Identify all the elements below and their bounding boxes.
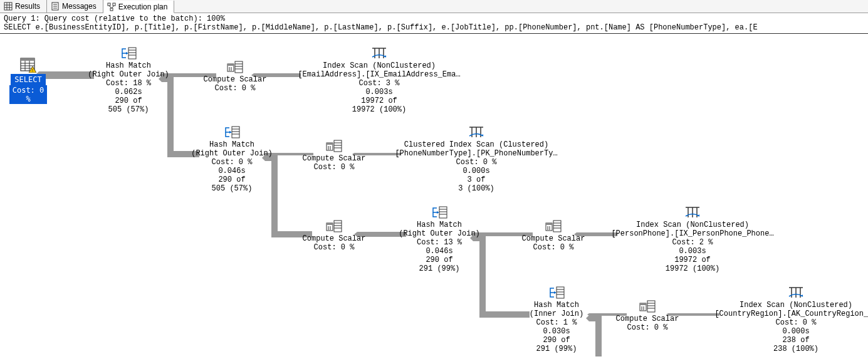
- hash-match-icon: [548, 286, 565, 299]
- l1: Hash Match: [191, 140, 273, 149]
- l6: 238 (100%): [714, 345, 868, 353]
- node-compute-scalar-4[interactable]: Compute Scalar Cost: 0 %: [519, 219, 588, 252]
- index-scan-icon: [684, 206, 701, 219]
- svg-rect-32: [227, 64, 234, 66]
- node-clustered-index-scan-phonenumbertype[interactable]: Clustered Index Scan (Clustered) [PhoneN…: [395, 125, 558, 193]
- l2: [PhoneNumberType].[PK_PhoneNumberTy…: [395, 149, 558, 158]
- tab-messages-label: Messages: [62, 2, 97, 11]
- l3: Cost: 3 %: [298, 79, 461, 88]
- l2: (Right Outer Join): [399, 229, 480, 238]
- l4: 0.000s: [395, 167, 558, 175]
- l5: 290 of: [399, 256, 480, 264]
- l1: Hash Match: [399, 221, 480, 229]
- tab-results[interactable]: Results: [0, 0, 47, 13]
- svg-rect-27: [235, 61, 243, 73]
- l1: Compute Scalar: [300, 154, 369, 163]
- index-scan-icon: [468, 125, 484, 139]
- l6: 291 (99%): [519, 345, 594, 353]
- node-hash-match-2[interactable]: Hash Match (Right Outer Join) Cost: 0 % …: [191, 125, 273, 193]
- l4: 0.000s: [714, 327, 868, 336]
- svg-rect-9: [108, 3, 110, 6]
- node-select[interactable]: ! SELECT Cost: 0 %: [9, 58, 47, 104]
- l1: Index Scan (NonClustered): [298, 61, 461, 70]
- l3: Cost: 0 %: [395, 158, 558, 167]
- l2: Cost: 0 %: [519, 243, 588, 252]
- l2: [CountryRegion].[AK_CountryRegion_N…: [714, 310, 868, 318]
- node-index-scan-email[interactable]: Index Scan (NonClustered) [EmailAddress]…: [298, 46, 461, 114]
- compute-scalar-icon: [226, 60, 244, 74]
- l1: Clustered Index Scan (Clustered): [395, 140, 558, 149]
- l2: Cost: 0 %: [613, 323, 682, 332]
- node-hash-match-4[interactable]: Hash Match (Inner Join) Cost: 1 % 0.030s…: [519, 286, 594, 353]
- compute-scalar-icon: [639, 299, 656, 313]
- svg-rect-88: [640, 303, 646, 305]
- node-index-scan-countryregion[interactable]: Index Scan (NonClustered) [CountryRegion…: [714, 286, 868, 353]
- svg-text:!: !: [31, 68, 34, 73]
- svg-rect-11: [110, 8, 113, 11]
- l3: Cost: 1 %: [519, 318, 594, 327]
- select-label: SELECT: [11, 74, 45, 85]
- execution-plan-canvas[interactable]: ! SELECT Cost: 0 % Hash Match (Right Out…: [0, 34, 868, 358]
- l1: Hash Match: [519, 301, 594, 310]
- tab-execution-plan[interactable]: Execution plan: [103, 1, 175, 13]
- tabs-bar: Results Messages Execution plan: [0, 0, 868, 13]
- node-compute-scalar-5[interactable]: Compute Scalar Cost: 0 %: [613, 299, 682, 332]
- svg-rect-10: [113, 3, 115, 6]
- index-scan-icon: [788, 286, 804, 299]
- hash-match-icon: [431, 206, 448, 219]
- l2: (Right Outer Join): [88, 70, 169, 79]
- query-cost-header: Query 1: Query cost (relative to the bat…: [0, 13, 868, 23]
- svg-rect-72: [546, 223, 552, 225]
- node-compute-scalar-3[interactable]: Compute Scalar Cost: 0 %: [300, 219, 369, 252]
- svg-line-12: [109, 6, 112, 8]
- node-compute-scalar-2[interactable]: Compute Scalar Cost: 0 %: [300, 139, 369, 172]
- svg-rect-39: [232, 127, 239, 138]
- l3: Cost: 0 %: [191, 158, 273, 167]
- l5: 19972 of: [611, 256, 774, 264]
- compute-scalar-icon: [325, 219, 343, 233]
- svg-rect-15: [21, 58, 34, 61]
- l2: Cost: 0 %: [300, 163, 369, 172]
- svg-rect-0: [4, 3, 12, 10]
- compute-scalar-icon: [325, 139, 343, 153]
- l1: Compute Scalar: [613, 315, 682, 323]
- l4: 0.046s: [399, 247, 480, 256]
- l2: (Inner Join): [519, 310, 594, 318]
- l5: 238 of: [714, 336, 868, 345]
- query-text: SELECT e.[BusinessEntityID], p.[Title], …: [0, 23, 868, 34]
- compute-scalar-icon: [545, 219, 562, 233]
- svg-rect-63: [439, 207, 447, 218]
- l3: Cost: 0 %: [714, 318, 868, 327]
- select-icon: !: [20, 58, 36, 73]
- l6: 505 (57%): [191, 184, 273, 193]
- tab-messages[interactable]: Messages: [47, 0, 103, 13]
- l1: Index Scan (NonClustered): [714, 301, 868, 310]
- tab-results-label: Results: [15, 2, 40, 11]
- l4: 0.003s: [611, 247, 774, 256]
- l4: 0.046s: [191, 167, 273, 175]
- index-scan-icon: [371, 46, 387, 60]
- l2: [EmailAddress].[IX_EmailAddress_Ema…: [298, 70, 461, 79]
- hash-match-icon: [120, 46, 137, 60]
- l3: Cost: 13 %: [399, 238, 480, 247]
- node-hash-match-3[interactable]: Hash Match (Right Outer Join) Cost: 13 %…: [399, 206, 480, 273]
- document-icon: [51, 2, 60, 11]
- node-index-scan-personphone[interactable]: Index Scan (NonClustered) [PersonPhone].…: [611, 206, 774, 273]
- node-hash-match-1[interactable]: Hash Match (Right Outer Join) Cost: 18 %…: [88, 46, 169, 114]
- grid-icon: [4, 2, 13, 11]
- l5: 3 of: [395, 175, 558, 184]
- l6: 19972 (100%): [298, 105, 461, 114]
- l4: 0.062s: [88, 88, 169, 96]
- hash-match-icon: [223, 125, 241, 139]
- l1: Compute Scalar: [201, 75, 269, 84]
- svg-rect-48: [327, 143, 333, 145]
- node-compute-scalar-1[interactable]: Compute Scalar Cost: 0 %: [201, 60, 269, 93]
- svg-rect-79: [557, 287, 564, 298]
- svg-rect-60: [327, 223, 333, 225]
- svg-rect-23: [128, 48, 136, 59]
- l3: Cost: 2 %: [611, 238, 774, 247]
- l1: Compute Scalar: [300, 234, 369, 243]
- plan-icon: [107, 3, 116, 11]
- svg-rect-55: [334, 221, 342, 232]
- l6: 3 (100%): [395, 184, 558, 193]
